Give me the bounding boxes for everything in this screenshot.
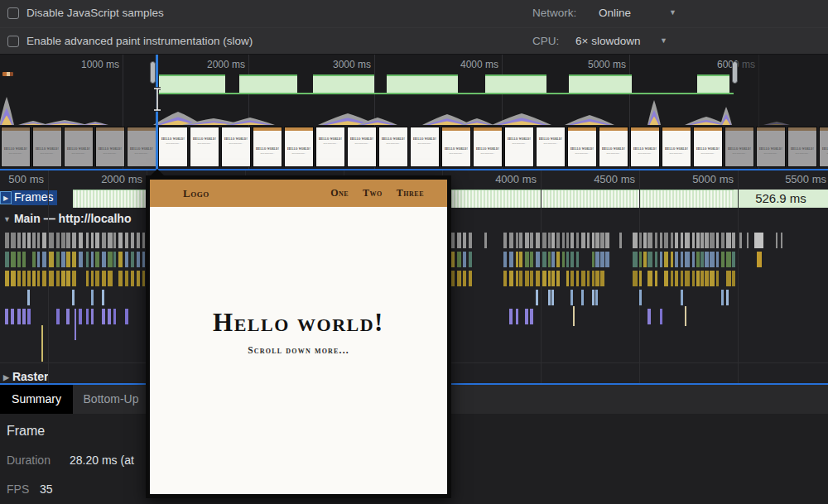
flame-event-bar[interactable] — [726, 290, 729, 305]
flame-event-bar[interactable] — [32, 252, 36, 267]
flame-event-bar[interactable] — [61, 252, 65, 267]
disable-js-samples-checkbox[interactable] — [7, 7, 19, 19]
flame-event-bar[interactable] — [732, 233, 735, 248]
flame-event-bar[interactable] — [469, 252, 473, 267]
flame-event-bar[interactable] — [536, 233, 540, 248]
flame-event-bar[interactable] — [131, 252, 134, 267]
flame-event-bar[interactable] — [696, 233, 700, 248]
flame-event-bar[interactable] — [108, 309, 111, 324]
film-thumbnail[interactable]: Hello world!Scroll down more... — [64, 127, 94, 167]
flame-event-bar[interactable] — [664, 252, 667, 267]
flame-event-bar[interactable] — [11, 252, 16, 267]
flame-event-bar[interactable] — [530, 271, 533, 286]
film-thumbnail[interactable]: Hello world!Scroll down more... — [473, 127, 503, 167]
flame-event-bar[interactable] — [516, 233, 518, 248]
film-thumbnail[interactable]: Hello world!Scroll down more... — [1, 127, 31, 167]
flame-event-bar[interactable] — [86, 252, 89, 267]
flame-event-bar[interactable] — [27, 233, 31, 248]
flame-event-bar[interactable] — [118, 233, 122, 248]
flame-event-bar[interactable] — [519, 233, 522, 248]
flame-event-bar[interactable] — [726, 233, 731, 248]
flame-event-bar[interactable] — [551, 290, 554, 305]
flame-event-bar[interactable] — [503, 252, 507, 267]
flame-event-bar[interactable] — [681, 233, 684, 248]
flame-event-bar[interactable] — [664, 233, 667, 248]
flame-event-bar[interactable] — [566, 252, 569, 267]
flame-event-bar[interactable] — [525, 233, 528, 248]
flame-event-bar[interactable] — [726, 271, 731, 286]
flame-event-bar[interactable] — [576, 271, 579, 286]
flame-event-bar[interactable] — [516, 252, 518, 267]
flame-event-bar[interactable] — [86, 271, 89, 286]
flame-event-bar[interactable] — [739, 233, 742, 248]
flame-event-bar[interactable] — [102, 290, 104, 305]
flame-event-bar[interactable] — [125, 233, 128, 248]
flame-event-bar[interactable] — [675, 233, 678, 248]
flame-event-bar[interactable] — [451, 233, 455, 248]
flame-event-bar[interactable] — [592, 252, 595, 267]
flame-event-bar[interactable] — [32, 271, 36, 286]
flame-event-bar[interactable] — [536, 252, 540, 267]
flame-event-bar[interactable] — [27, 290, 30, 305]
film-thumbnail[interactable]: Hello world!Scroll down more... — [536, 127, 566, 167]
flame-event-bar[interactable] — [17, 233, 21, 248]
flame-event-bar[interactable] — [457, 252, 461, 267]
flame-event-bar[interactable] — [647, 309, 651, 324]
flame-event-bar[interactable] — [716, 271, 719, 286]
flame-event-bar[interactable] — [102, 271, 106, 286]
flame-event-bar[interactable] — [548, 271, 551, 286]
flame-event-bar[interactable] — [710, 233, 715, 248]
flame-event-bar[interactable] — [5, 233, 9, 248]
flame-event-bar[interactable] — [619, 233, 622, 248]
flame-event-bar[interactable] — [587, 233, 590, 248]
flame-event-bar[interactable] — [17, 271, 21, 286]
flame-event-bar[interactable] — [655, 252, 657, 267]
flame-event-bar[interactable] — [91, 271, 94, 286]
flame-event-bar[interactable] — [655, 271, 657, 286]
flame-long-call-bar[interactable] — [41, 325, 43, 362]
flame-long-call-bar[interactable] — [685, 306, 686, 326]
film-thumbnail[interactable]: Hello world!Scroll down more... — [567, 127, 597, 167]
long-frame-duration[interactable]: 526.9 ms — [734, 190, 828, 208]
flame-event-bar[interactable] — [66, 309, 70, 324]
film-thumbnail[interactable]: Hello world!Scroll down more... — [32, 127, 62, 167]
flame-event-bar[interactable] — [536, 271, 540, 286]
film-thumbnail[interactable]: Hello world!Scroll down more... — [662, 127, 691, 167]
flame-event-bar[interactable] — [32, 233, 36, 248]
film-thumbnail[interactable]: Hello world!Scroll down more... — [221, 127, 251, 167]
flame-event-bar[interactable] — [457, 271, 461, 286]
cpu-throttle-select[interactable]: 6× slowdown — [575, 35, 640, 47]
flame-event-bar[interactable] — [700, 271, 704, 286]
flame-event-bar[interactable] — [696, 271, 700, 286]
flame-event-bar[interactable] — [49, 271, 54, 286]
flame-event-bar[interactable] — [519, 271, 522, 286]
flame-event-bar[interactable] — [542, 252, 546, 267]
flame-event-bar[interactable] — [542, 233, 546, 248]
flame-event-bar[interactable] — [705, 252, 708, 267]
flame-event-bar[interactable] — [42, 233, 46, 248]
flame-event-bar[interactable] — [37, 233, 40, 248]
flame-event-bar[interactable] — [710, 271, 715, 286]
flame-event-bar[interactable] — [639, 290, 642, 305]
flame-event-bar[interactable] — [685, 252, 690, 267]
raster-track-header[interactable]: ▶Raster — [3, 370, 49, 383]
flame-event-bar[interactable] — [463, 271, 466, 286]
flame-event-bar[interactable] — [91, 233, 94, 248]
flame-event-bar[interactable] — [463, 252, 466, 267]
flame-event-bar[interactable] — [451, 252, 455, 267]
flame-event-bar[interactable] — [551, 271, 555, 286]
flame-event-bar[interactable] — [17, 252, 21, 267]
flame-event-bar[interactable] — [681, 290, 683, 305]
flame-event-bar[interactable] — [530, 309, 533, 324]
flame-event-bar[interactable] — [600, 252, 604, 267]
flame-event-bar[interactable] — [556, 252, 560, 267]
flame-event-bar[interactable] — [705, 271, 708, 286]
flame-event-bar[interactable] — [451, 271, 455, 286]
flame-event-bar[interactable] — [710, 252, 715, 267]
flame-event-bar[interactable] — [11, 271, 16, 286]
flame-event-bar[interactable] — [647, 233, 652, 248]
flame-event-bar[interactable] — [781, 233, 782, 248]
flame-event-bar[interactable] — [639, 252, 642, 267]
flame-event-bar[interactable] — [660, 233, 663, 248]
flame-event-bar[interactable] — [754, 233, 763, 248]
